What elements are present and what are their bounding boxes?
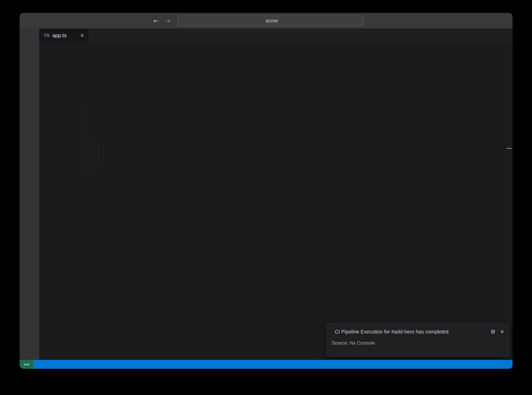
typescript-file-icon: TS (44, 33, 49, 38)
zoom-window-button[interactable] (40, 19, 44, 23)
breadcrumb (39, 42, 513, 50)
indent-guide (92, 134, 93, 172)
remote-indicator[interactable]: >< (20, 360, 33, 369)
activity-bar (20, 28, 39, 360)
notification-source: Source: Nx Console (332, 340, 375, 346)
vscode-window: ← → acme TS app.ts × (20, 13, 513, 369)
notification-title: CI Pipeline Execution for #add-hero has … (335, 329, 449, 335)
tab-app-ts[interactable]: TS app.ts × (39, 28, 89, 42)
search-value: acme (266, 18, 278, 24)
indent-guide (86, 104, 87, 179)
status-bar: >< (20, 360, 513, 369)
code-editor[interactable] (39, 50, 513, 360)
close-tab-icon[interactable]: × (81, 32, 84, 38)
forward-button[interactable]: → (165, 17, 170, 24)
close-window-button[interactable] (24, 19, 28, 23)
overview-ruler (506, 50, 507, 360)
notification-close-icon[interactable]: × (500, 329, 504, 335)
indent-guide (98, 141, 98, 164)
title-bar: ← → acme (20, 13, 513, 28)
overview-ruler-cursor-mark (507, 148, 512, 149)
command-center-search[interactable]: acme (177, 16, 364, 26)
notification-toast: CI Pipeline Execution for #add-hero has … (326, 324, 509, 357)
editor-tabs-bar: TS app.ts × (39, 28, 513, 42)
tab-label: app.ts (52, 33, 67, 38)
minimize-window-button[interactable] (32, 19, 36, 23)
back-button[interactable]: ← (153, 17, 159, 24)
notification-settings-icon[interactable]: ⚙ (490, 329, 495, 335)
window-controls (24, 19, 44, 23)
